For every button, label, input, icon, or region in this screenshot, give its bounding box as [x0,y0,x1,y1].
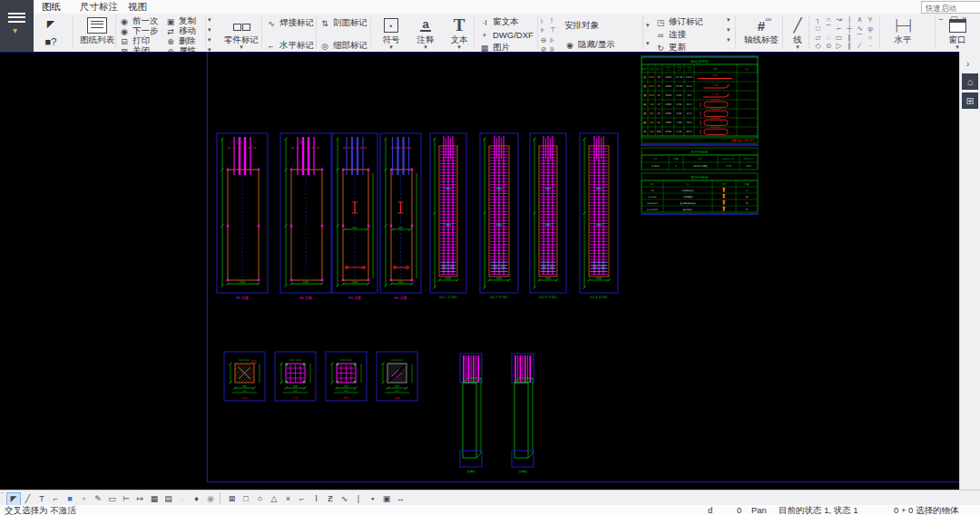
drawing-list-button[interactable]: 图纸列表 [76,15,118,44]
column-elevation-drawing[interactable]: 6Φ86Φ8600KZ-4 (C30) [580,133,618,299]
snap-override-button[interactable]: ↦ [133,492,148,506]
snap-geometry-button[interactable]: □ [239,492,253,506]
dwg-dxf-button[interactable]: +DWG/DXF [479,30,534,40]
sketch-tool-icon[interactable]: ∕ [855,42,865,51]
line-button[interactable]: ╱线▾ [786,15,809,50]
tab-dimension[interactable]: 尺寸标注 [74,0,123,14]
snap-intersection-button[interactable]: × [281,492,296,506]
column-3d-view[interactable]: 立体图 [460,354,482,473]
window-select-button[interactable]: ▭ [105,492,120,506]
snap-nearest-button[interactable]: Ƶ [323,492,338,506]
chevron-down-icon[interactable]: ▾ [208,36,211,44]
detail-mark-button[interactable]: ◎细部标记 [319,41,372,51]
sketch-tool-icon[interactable]: ⌒ [855,34,865,43]
column-elevation-drawing[interactable]: 600600P4 立面 [380,133,421,300]
level-tool-button[interactable]: ⌐ [49,492,64,506]
chevron-down-icon[interactable]: ▾ [208,16,211,24]
line-tool-button[interactable]: ╱ [21,492,35,506]
snap-perpendicular-button[interactable]: ⌐ [295,492,309,506]
link-button[interactable]: ∞连接 [655,30,711,40]
arrange-objects-button[interactable]: 安排对象 [564,21,599,31]
sketch-tool-icon[interactable]: ▭ [834,34,844,43]
sketch-tool-icon[interactable]: ▷ [834,42,844,51]
pin-tool-button[interactable]: ♦ [190,492,204,506]
status-pan[interactable]: Pan [751,505,767,515]
rebar-schedule-table[interactable]: 钢筋明细表级别直径数量长度(mm)单重(kg)总重(kg)图形备注①Φ25103… [641,56,759,214]
sketch-tool-icon[interactable]: ○ [866,34,876,43]
select-pointer-button[interactable]: ◤ [6,492,21,506]
column-elevation-drawing[interactable]: 6Φ86Φ8600KZ-1 (C30) [430,133,466,299]
sketch-tool-icon[interactable]: ⌐ [834,24,844,34]
snap-reference-button[interactable]: ⊠ [225,492,240,506]
select-cursor-button[interactable]: ◤ [42,15,60,32]
sketch-tool-icon[interactable]: ψ [866,24,876,34]
column-elevation-drawing[interactable]: 600P2 立面 [280,133,331,300]
zoom-tool-button[interactable]: ◌ [175,492,190,506]
part-mark-button[interactable]: 零件标记▾ [219,15,264,50]
revision-mark-button[interactable]: ◳修订标记 [655,17,711,27]
text-button[interactable]: T文本▾ [444,15,475,50]
sketch-tool-icon[interactable]: ┐ [813,15,823,24]
chevron-down-icon[interactable]: ▾ [727,26,730,34]
symbol-button[interactable]: ▪符号▾ [376,15,407,50]
status-phase[interactable]: 目前的状态 1, 状态 1 [779,505,858,515]
sketch-tool-icon[interactable]: □ [813,24,823,34]
column-3d-view[interactable]: 立体图 [512,354,534,473]
sketch-tool-icon[interactable]: ∧ [855,15,865,24]
snap-extension-button[interactable]: ↔ [394,492,408,506]
column-elevation-drawing[interactable]: 600P1 立面 [217,133,268,300]
inquire-object-button[interactable]: ■? [42,34,60,50]
horizontal-button[interactable]: ├─┤水平 [885,15,921,44]
sketch-tool-icon[interactable]: ∙ [866,42,876,51]
section-detail-drawing[interactable]: 2Φ25 2Φ206006002-2 [275,352,316,401]
snap-midpoint-button[interactable]: △ [267,492,281,506]
toolbar-grip[interactable] [1,492,4,503]
app-menu-button[interactable]: ▾ [0,0,34,52]
column-elevation-drawing[interactable]: 600600P3 立面 [332,133,377,300]
column-elevation-drawing[interactable]: 6Φ86Φ8600KZ-2 (C30) [480,133,518,299]
component-catalog-button[interactable]: ⌂ [962,73,978,90]
sketch-tool-icon[interactable]: ∥ [845,34,855,43]
sketch-tool-icon[interactable]: ▱ [813,34,823,43]
chevron-down-icon[interactable]: ▾ [646,40,650,47]
window-button[interactable]: 窗口▾ [940,15,975,50]
tab-view[interactable]: 视图 [122,0,152,14]
note-button[interactable]: a注释▾ [410,15,441,50]
sketch-tool-icon[interactable]: ↝ [834,15,844,24]
hide-show-button[interactable]: ◉隐藏/显示 [564,40,615,50]
chevron-down-icon[interactable]: ▾ [727,16,730,24]
sketch-tool-icon[interactable]: ◌ [824,34,834,43]
window-text-button[interactable]: ·I窗文本 [479,17,534,27]
snap-free-button[interactable]: ▪ [366,492,380,506]
section-detail-drawing[interactable]: 2Φ25 2Φ206006001-1 [224,352,265,401]
panel-layout-button[interactable]: ⊞ [962,92,978,109]
snap-line-button[interactable]: Ⅰ [309,492,324,506]
section-mark-button[interactable]: ⇅剖面标记 [319,18,372,28]
search-input[interactable] [924,2,980,14]
sketch-tool-icon[interactable]: ┼ [845,24,855,34]
weld-mark-button[interactable]: ∿焊接标记 [266,18,318,28]
section-detail-drawing[interactable]: 2Φ25 2Φ206006004-4 [377,352,417,401]
column-elevation-drawing[interactable]: 6Φ86Φ8600KZ-3 (C30) [530,133,566,299]
sketch-tool-icon[interactable]: ∩ [824,15,834,24]
drawing-canvas[interactable]: 600P1 立面600P2 立面600600P3 立面600600P4 立面6Φ… [0,52,960,490]
sketch-tool-icon[interactable]: ∣ [845,15,855,24]
status-d[interactable]: d [708,505,712,515]
pick-tool-button[interactable]: ✎ [91,492,105,506]
snap-any-button[interactable]: ∿ [338,492,352,506]
color-swatch-button[interactable]: ■ [63,492,77,506]
text-tool-button[interactable]: T [34,492,49,506]
quick-launch-search[interactable] [921,1,980,14]
grid-label-button[interactable]: #轴线标签 [740,15,783,44]
drawing-viewport[interactable]: 600P1 立面600P2 立面600600P3 立面600600P4 立面6Φ… [0,52,960,490]
grid-edit-button[interactable]: ▤ [162,492,176,506]
settings-gear-button[interactable]: ◉ [203,492,218,506]
sketch-tool-icon[interactable]: ∿ [855,24,865,34]
ortho-toggle-button[interactable]: ⊢ [119,492,133,506]
snap-center-button[interactable]: ○ [253,492,268,506]
grid-snap-button[interactable]: ▦ [147,492,162,506]
chevron-down-icon[interactable]: ▾ [646,22,650,29]
sketch-tool-icon[interactable]: Υ [866,15,876,24]
sketch-tool-icon[interactable]: ⊙ [824,42,834,51]
snap-divider-button[interactable]: | [351,492,366,506]
